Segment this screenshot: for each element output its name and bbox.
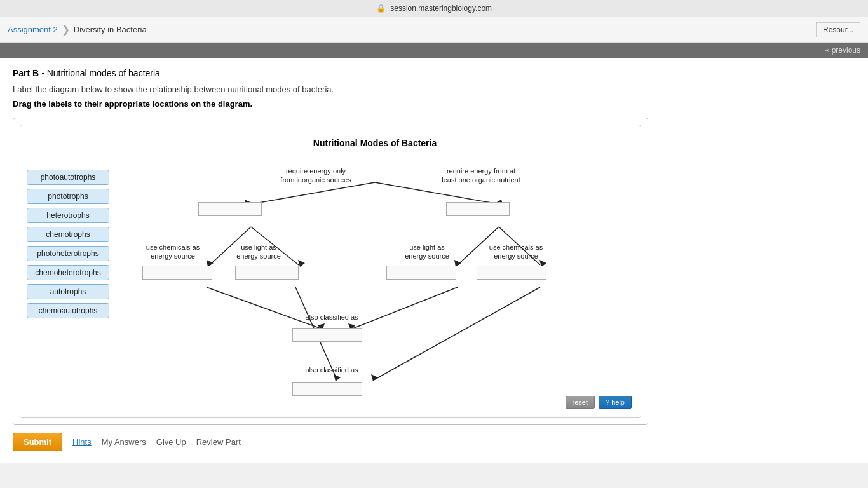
part-heading: Part B - Nutritional modes of bacteria	[13, 68, 855, 78]
diagram-button-bar: reset ? help	[566, 396, 632, 409]
drop-box-g[interactable]	[292, 328, 362, 342]
my-answers-link[interactable]: My Answers	[102, 437, 146, 447]
drop-box-f[interactable]	[477, 266, 546, 280]
right-chem-text: use chemicals asenergy source	[484, 243, 548, 261]
drop-box-c[interactable]	[142, 266, 212, 280]
left-chem-text: use chemicals asenergy source	[141, 243, 205, 261]
label-chemoheterotrophs[interactable]: chemoheterotrophs	[27, 265, 109, 280]
svg-line-2	[375, 182, 502, 205]
drop-box-e[interactable]	[386, 266, 456, 280]
drop-box-h[interactable]	[292, 382, 362, 396]
label-photoheterotrophs[interactable]: photoheterotrophs	[27, 246, 109, 261]
label-chemoautotrophs[interactable]: chemoautotrophs	[27, 303, 109, 318]
part-title: -	[41, 68, 47, 78]
labels-panel: photoautotrophs phototrophs heterotrophs…	[27, 132, 116, 411]
diagram-title: Nutritional Modes of Bacteria	[116, 138, 634, 148]
submit-button[interactable]: Submit	[13, 433, 62, 451]
svg-line-12	[207, 287, 321, 329]
right-light-text: use light asenergy source	[395, 243, 459, 261]
diagram-outer: photoautotrophs phototrophs heterotrophs…	[13, 118, 648, 425]
svg-line-18	[375, 287, 540, 379]
svg-marker-7	[298, 260, 305, 267]
instruction-text: Label the diagram below to show the rela…	[13, 85, 855, 94]
give-up-link[interactable]: Give Up	[156, 437, 186, 447]
breadcrumb-separator: ❯	[62, 24, 70, 36]
drop-box-a[interactable]	[198, 202, 262, 216]
left-branch-text: require energy onlyfrom inorganic source…	[275, 166, 357, 185]
also-classified-2: also classified as	[294, 365, 370, 374]
breadcrumb-bar: Assignment 2 ❯ Diversity in Bacteria Res…	[0, 17, 868, 43]
reset-button[interactable]: reset	[566, 396, 595, 409]
review-part-link[interactable]: Review Part	[196, 437, 241, 447]
browser-bar: 🔒 session.masteringbiology.com	[0, 0, 868, 17]
left-light-text: use light asenergy source	[227, 243, 290, 261]
previous-bar: « previous	[0, 43, 868, 58]
action-bar: Submit Hints My Answers Give Up Review P…	[13, 425, 855, 451]
diagram-inner: photoautotrophs phototrophs heterotrophs…	[20, 125, 641, 418]
diagram-area: Nutritional Modes of Bacteria	[116, 132, 634, 411]
drop-box-b[interactable]	[446, 202, 510, 216]
svg-line-0	[248, 182, 375, 205]
drag-instruction: Drag the labels to their appropriate loc…	[13, 99, 855, 109]
hints-link[interactable]: Hints	[72, 437, 92, 447]
main-content: Part B - Nutritional modes of bacteria L…	[0, 58, 868, 463]
svg-line-14	[353, 287, 458, 329]
previous-link[interactable]: « previous	[825, 46, 860, 55]
label-autotrophs[interactable]: autotrophs	[27, 284, 109, 299]
also-classified-1: also classified as	[294, 313, 370, 322]
label-photoautotrophs[interactable]: photoautotrophs	[27, 170, 109, 185]
part-title-text: Nutritional modes of bacteria	[47, 68, 160, 78]
lock-icon: 🔒	[376, 4, 386, 13]
help-button[interactable]: ? help	[599, 396, 632, 409]
label-heterotrophs[interactable]: heterotrophs	[27, 208, 109, 223]
assignment-link[interactable]: Assignment 2	[8, 25, 58, 34]
breadcrumb-current: Diversity in Bacteria	[74, 25, 147, 34]
drop-box-d[interactable]	[235, 266, 299, 280]
part-label: Part B	[13, 68, 39, 78]
svg-marker-19	[371, 374, 378, 381]
resources-button[interactable]: Resour...	[816, 22, 860, 37]
svg-marker-17	[334, 374, 341, 381]
right-branch-text: require energy from atleast one organic …	[433, 166, 529, 185]
label-chemotrophs[interactable]: chemotrophs	[27, 227, 109, 242]
url-display: session.masteringbiology.com	[390, 4, 492, 13]
label-phototrophs[interactable]: phototrophs	[27, 189, 109, 204]
